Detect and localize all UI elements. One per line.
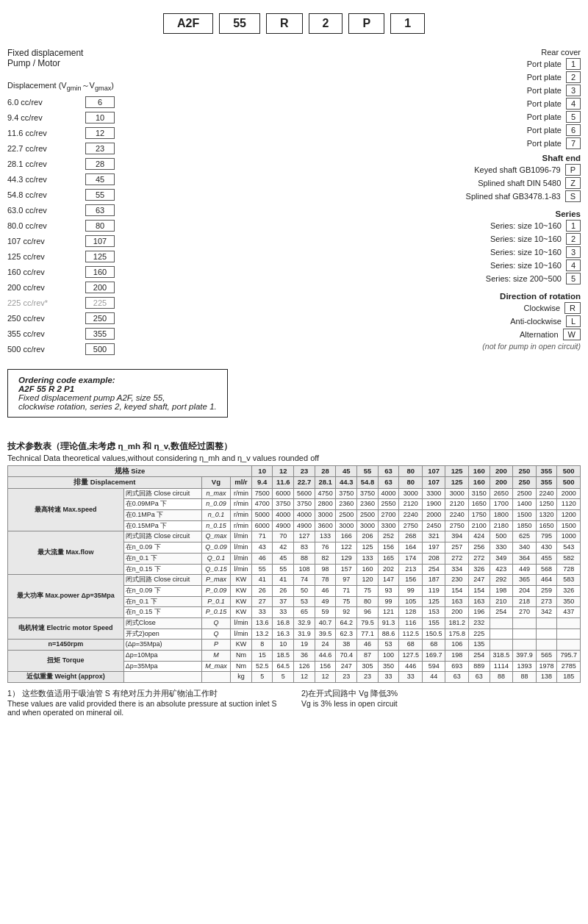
displacement-rows: 6.0 cc/rev69.4 cc/rev1011.6 cc/rev1222.7…	[7, 95, 243, 357]
port-plate-row: Port plate7	[353, 137, 581, 149]
left-block: Fixed displacement Pump / Motor Displace…	[7, 48, 243, 418]
displacement-row: 28.1 cc/rev28	[7, 157, 243, 171]
displacement-row: 80.0 cc/rev80	[7, 218, 243, 233]
page-container: A2F 55 R 2 P 1 Fixed displacement Pump /…	[7, 7, 581, 717]
port-plate-row: Port plate1	[353, 58, 581, 70]
displacement-row: 54.8 cc/rev55	[7, 187, 243, 202]
ordering-box: Ordering code example: A2F 55 R 2 P1 Fix…	[7, 369, 228, 418]
tech-table: 规格 Size 10 12 23 28 45 55 63 80 107 125 …	[7, 465, 581, 683]
code-p: P	[348, 13, 384, 34]
tech-en-title: Technical Data theoretical values,withou…	[7, 454, 581, 462]
series-row: Series: size 10~1603	[353, 246, 581, 258]
shaft-row: Splined shaf GB3478.1-83S	[353, 190, 581, 202]
table-row: 电机转速 Electric motor Speed闭式CloseQl/min13…	[8, 617, 581, 628]
footer-notes: 1） 这些数值适用于吸油管 S 有绝对压力并用矿物油工作时 These valu…	[7, 689, 581, 717]
right-block: Rear cover Port plate1Port plate2Port pl…	[353, 48, 581, 351]
series-row: Series: size 10~1602	[353, 233, 581, 245]
direction-label: Direction of rotation	[353, 292, 581, 301]
tech-section: 技术参数表（理论值,未考虑 η_mh 和 η_v,数值经过圆整） Technic…	[7, 441, 581, 683]
table-row: 最大功率 Max.power Δp=35Mpa闭式回路 Close circui…	[8, 575, 581, 586]
footer-col-2: 2)在开式回路中 Vg 降低3% Vg is 3% less in open c…	[301, 689, 581, 717]
series-row: Series: size 10~1601	[353, 220, 581, 232]
tech-tbody: 最高转速 Max.speed闭式回路 Close circuitn_maxr/m…	[8, 488, 581, 682]
tech-zh-title: 技术参数表（理论值,未考虑 η_mh 和 η_v,数值经过圆整）	[7, 441, 581, 452]
displacement-row: 22.7 cc/rev23	[7, 141, 243, 156]
displacement-row: 250 cc/rev250	[7, 311, 243, 326]
displacement-row: 11.6 cc/rev12	[7, 126, 243, 140]
series-row: Series: size 200~5005	[353, 273, 581, 284]
direction-note: (not for pump in open circuit)	[353, 342, 581, 351]
table-row: 近似重量 Weight (approx)kg551212232333334463…	[8, 672, 581, 683]
port-plate-row: Port plate6	[353, 124, 581, 136]
table-row: 最大流量 Max.flow闭式回路 Close circuitQ_maxl/mi…	[8, 531, 581, 542]
pump-description: Fixed displacement Pump / Motor	[7, 48, 243, 68]
shaft-row: Splined shaft DIN 5480Z	[353, 177, 581, 189]
port-plate-row: Port plate4	[353, 98, 581, 110]
displacement-row: 355 cc/rev355	[7, 326, 243, 341]
code-a2f: A2F	[163, 13, 213, 34]
displacement-row: 225 cc/rev*225	[7, 296, 243, 310]
displacement-row: 500 cc/rev500	[7, 342, 243, 357]
series-row: Series: size 10~1604	[353, 259, 581, 271]
port-plate-row: Port plate5	[353, 111, 581, 123]
shaft-end-label: Shaft end	[353, 154, 581, 162]
code-55: 55	[219, 13, 260, 34]
shaft-row: Keyed shaft GB1096-79P	[353, 164, 581, 176]
size-header: 规格 Size	[8, 466, 252, 477]
displacement-row: 6.0 cc/rev6	[7, 95, 243, 110]
displacement-row: 44.3 cc/rev45	[7, 172, 243, 187]
displacement-label: Displacement (Vgmin～Vgmax)	[7, 80, 243, 92]
diagram-area: A2F 55 R 2 P 1 Fixed displacement Pump /…	[7, 7, 581, 434]
code-2: 2	[309, 13, 343, 34]
displacement-row: 9.4 cc/rev10	[7, 110, 243, 125]
series-label: Series	[353, 209, 581, 218]
table-row: 最高转速 Max.speed闭式回路 Close circuitn_maxr/m…	[8, 488, 581, 499]
displacement-row: 200 cc/rev200	[7, 280, 243, 295]
code-1: 1	[390, 13, 425, 34]
direction-row: ClockwiseR	[353, 302, 581, 314]
table-row: n=1450rpm(Δp=35Mpa)PKW810192438465368681…	[8, 640, 581, 651]
series-rows: Series: size 10~1601Series: size 10~1602…	[353, 220, 581, 284]
displacement-row: 107 cc/rev107	[7, 234, 243, 248]
displacement-row: 160 cc/rev160	[7, 265, 243, 279]
code-row: A2F 55 R 2 P 1	[7, 13, 581, 34]
displacement-row: 63.0 cc/rev63	[7, 203, 243, 218]
displacement-row: 125 cc/rev125	[7, 249, 243, 264]
rear-cover-label: Rear cover	[353, 48, 581, 57]
code-r: R	[266, 13, 303, 34]
direction-rows: ClockwiseRAnti-clockwiseLAlternationW	[353, 302, 581, 340]
port-plate-row: Port plate2	[353, 71, 581, 83]
footer-col-1: 1） 这些数值适用于吸油管 S 有绝对压力并用矿物油工作时 These valu…	[7, 689, 287, 717]
table-row: 扭矩 TorqueΔp=10MpaMNm1518.53644.670.48710…	[8, 651, 581, 662]
direction-row: Anti-clockwiseL	[353, 315, 581, 327]
direction-row: AlternationW	[353, 329, 581, 340]
shaft-rows: Keyed shaft GB1096-79PSplined shaft DIN …	[353, 164, 581, 202]
port-plate-rows: Port plate1Port plate2Port plate3Port pl…	[353, 58, 581, 149]
port-plate-row: Port plate3	[353, 85, 581, 96]
